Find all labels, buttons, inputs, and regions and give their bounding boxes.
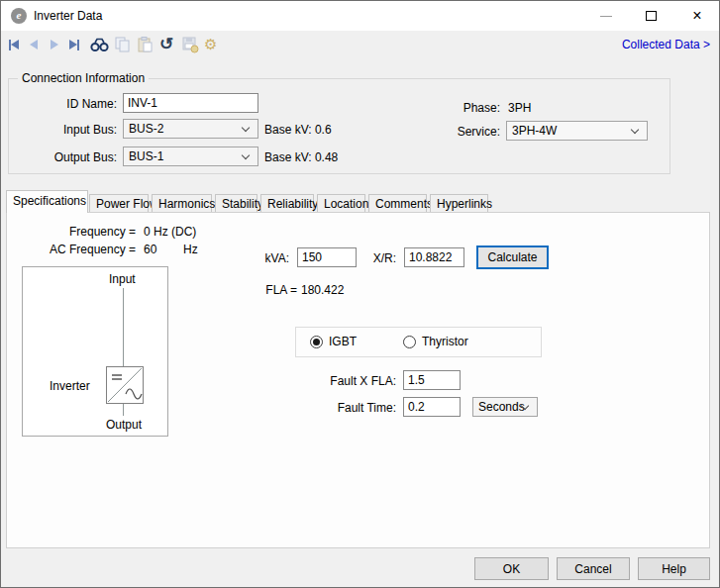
diagram-inverter-label: Inverter — [50, 379, 90, 393]
diagram-input-label: Input — [109, 272, 136, 286]
radio-igbt[interactable]: IGBT — [310, 335, 357, 348]
input-bus-value: BUS-2 — [129, 122, 163, 136]
paste-icon[interactable] — [138, 36, 153, 53]
chevron-down-icon — [242, 151, 250, 159]
xr-input[interactable] — [404, 247, 464, 267]
fault-time-unit-value: Seconds — [478, 400, 525, 414]
fla-label: FLA = — [257, 283, 297, 297]
radio-igbt-label: IGBT — [329, 335, 357, 348]
settings-gear-icon[interactable]: ⚙ — [204, 36, 217, 53]
tab-harmonics[interactable]: Harmonics — [152, 194, 212, 213]
kva-label: kVA: — [245, 251, 289, 265]
minimize-icon — [600, 16, 612, 17]
frequency-label: Frequency = — [7, 225, 136, 239]
chevron-down-icon — [242, 124, 250, 132]
ac-frequency-value: 60 — [144, 243, 156, 256]
radio-thyristor-label: Thyristor — [422, 335, 468, 348]
service-label: Service: — [417, 125, 500, 139]
ac-frequency-unit: Hz — [183, 243, 198, 256]
chevron-down-icon — [631, 126, 639, 134]
fault-time-input[interactable] — [403, 397, 461, 417]
radio-thyristor[interactable]: Thyristor — [403, 335, 468, 348]
phase-label: Phase: — [417, 101, 500, 115]
last-record-icon[interactable] — [69, 36, 79, 53]
refresh-icon[interactable]: ↺ — [159, 36, 173, 53]
first-record-icon[interactable] — [9, 36, 19, 53]
tab-power-flow[interactable]: Power Flow — [89, 194, 149, 213]
help-button[interactable]: Help — [638, 557, 710, 580]
inverter-diagram: Input Inverter Output — [22, 266, 168, 437]
id-name-input[interactable] — [123, 93, 258, 113]
inverter-symbol-icon — [106, 366, 144, 404]
diagram-input-line — [123, 288, 124, 366]
xr-label: X/R: — [344, 251, 396, 265]
base-kv-value: 0.6 — [315, 123, 332, 137]
tab-stability[interactable]: Stability — [215, 194, 257, 213]
tab-location[interactable]: Location — [317, 194, 365, 213]
input-bus-base-kv: Base kV: 0.6 — [264, 123, 332, 137]
tab-specifications[interactable]: Specifications — [6, 190, 88, 213]
copy-icon[interactable] — [115, 36, 130, 53]
output-bus-label: Output Bus: — [21, 150, 117, 164]
fault-time-label: Fault Time: — [314, 401, 396, 415]
fault-x-fla-input[interactable] — [403, 370, 461, 390]
fault-x-fla-label: Fault X FLA: — [314, 374, 396, 388]
previous-record-icon[interactable] — [30, 36, 38, 53]
title-bar: e Inverter Data × — [1, 1, 719, 31]
base-kv-label: Base kV: — [264, 150, 312, 164]
window-title: Inverter Data — [34, 1, 102, 31]
id-name-label: ID Name: — [21, 97, 117, 111]
base-kv-label: Base kV: — [264, 123, 312, 137]
service-value: 3PH-4W — [512, 124, 557, 138]
input-bus-select[interactable]: BUS-2 — [123, 119, 258, 139]
close-icon: × — [692, 7, 701, 24]
output-bus-base-kv: Base kV: 0.48 — [264, 150, 338, 164]
service-select[interactable]: 3PH-4W — [506, 121, 648, 141]
diagram-output-label: Output — [106, 418, 142, 432]
phase-value: 3PH — [508, 101, 531, 115]
output-bus-select[interactable]: BUS-1 — [123, 147, 258, 166]
collected-data-link[interactable]: Collected Data > — [622, 31, 710, 58]
specifications-panel: Frequency = 0 Hz (DC) AC Frequency = 60 … — [6, 212, 710, 548]
inverter-data-dialog: e Inverter Data × — [0, 0, 720, 588]
cancel-button[interactable]: Cancel — [557, 557, 630, 580]
ac-frequency-label: AC Frequency = — [7, 243, 136, 256]
maximize-icon — [646, 11, 657, 21]
tab-comments[interactable]: Comments — [368, 194, 427, 213]
radio-unselected-icon — [403, 336, 416, 348]
save-protect-icon[interactable] — [182, 36, 199, 53]
close-button[interactable]: × — [680, 1, 714, 31]
next-record-icon[interactable] — [51, 36, 58, 53]
output-bus-value: BUS-1 — [129, 149, 163, 163]
app-logo-icon: e — [11, 8, 27, 24]
minimize-button[interactable] — [589, 1, 623, 31]
groupbox-legend: Connection Information — [18, 71, 149, 85]
ok-button[interactable]: OK — [474, 557, 549, 580]
diagram-output-line — [123, 404, 124, 416]
find-icon[interactable] — [90, 36, 109, 53]
tab-reliability[interactable]: Reliability — [260, 194, 314, 213]
input-bus-label: Input Bus: — [21, 123, 117, 137]
radio-selected-icon — [310, 336, 323, 348]
fault-time-unit-select[interactable]: Seconds — [472, 397, 538, 417]
frequency-value: 0 Hz (DC) — [144, 225, 196, 239]
maximize-button[interactable] — [635, 1, 669, 31]
tab-hyperlinks[interactable]: Hyperlinks — [430, 194, 488, 213]
toolbar: ↺ ⚙ Collected Data > — [1, 31, 719, 58]
calculate-button[interactable]: Calculate — [476, 245, 549, 269]
base-kv-value: 0.48 — [315, 150, 338, 164]
fla-value: 180.422 — [301, 283, 344, 297]
